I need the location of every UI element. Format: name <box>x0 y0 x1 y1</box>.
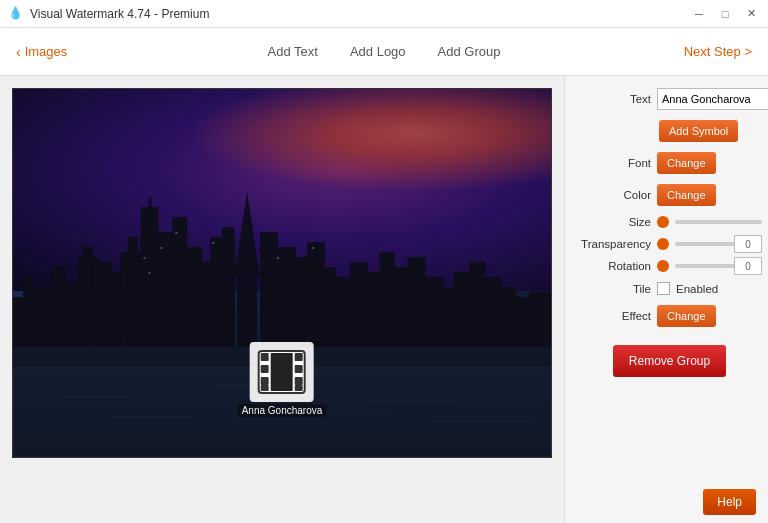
effect-label: Effect <box>577 310 651 322</box>
add-symbol-row: Add Symbol <box>577 120 762 142</box>
size-label: Size <box>577 216 651 228</box>
app-icon: 💧 <box>8 6 24 22</box>
toolbar-center: Add Text Add Logo Add Group <box>268 44 501 59</box>
remove-group-button[interactable]: Remove Group <box>613 345 726 377</box>
transparency-value: 0 <box>734 235 762 253</box>
text-input[interactable] <box>657 88 768 110</box>
font-field-row: Font Change <box>577 152 762 174</box>
text-field-label: Text <box>577 93 651 105</box>
add-text-nav[interactable]: Add Text <box>268 44 318 59</box>
text-field-row: Text <box>577 88 762 110</box>
color-field-row: Color Change <box>577 184 762 206</box>
back-icon: ‹ <box>16 44 21 60</box>
svg-marker-19 <box>234 192 260 277</box>
svg-rect-60 <box>295 365 303 373</box>
color-change-button[interactable]: Change <box>657 184 716 206</box>
tile-label: Tile <box>577 283 651 295</box>
transparency-label: Transparency <box>577 238 651 250</box>
tile-enabled-label: Enabled <box>676 283 718 295</box>
content-area: Anna Goncharova Text Add Symbol Font Cha… <box>0 76 768 523</box>
transparency-slider-thumb[interactable] <box>657 238 669 250</box>
watermark-container: Anna Goncharova <box>238 342 327 417</box>
svg-rect-12 <box>148 197 151 212</box>
titlebar: 💧 Visual Watermark 4.74 - Premium ─ □ ✕ <box>0 0 768 28</box>
svg-rect-58 <box>261 385 269 391</box>
font-label: Font <box>577 157 651 169</box>
maximize-button[interactable]: □ <box>716 5 734 23</box>
svg-rect-42 <box>160 247 162 249</box>
svg-rect-46 <box>312 247 314 249</box>
back-label: Images <box>25 44 68 59</box>
svg-rect-56 <box>261 365 269 373</box>
rotation-label: Rotation <box>577 260 651 272</box>
next-label: Next Step > <box>684 44 752 59</box>
rotation-value: 0 <box>734 257 762 275</box>
window-controls: ─ □ ✕ <box>690 5 760 23</box>
color-label: Color <box>577 189 651 201</box>
film-icon <box>250 342 314 402</box>
size-slider-thumb[interactable] <box>657 216 669 228</box>
size-row: Size <box>577 216 762 228</box>
add-symbol-button[interactable]: Add Symbol <box>659 120 738 142</box>
image-canvas[interactable]: Anna Goncharova <box>12 88 552 458</box>
svg-rect-43 <box>175 232 177 234</box>
add-logo-nav[interactable]: Add Logo <box>350 44 406 59</box>
svg-rect-55 <box>261 353 269 361</box>
rotation-slider-thumb[interactable] <box>657 260 669 272</box>
rotation-slider-track[interactable]: 0 <box>675 264 762 268</box>
size-slider-track[interactable] <box>675 220 762 224</box>
add-group-nav[interactable]: Add Group <box>438 44 501 59</box>
help-button[interactable]: Help <box>703 489 756 515</box>
toolbar: ‹ Images Add Text Add Logo Add Group Nex… <box>0 28 768 76</box>
watermark-text: Anna Goncharova <box>238 404 327 417</box>
svg-rect-59 <box>295 353 303 361</box>
effect-change-button[interactable]: Change <box>657 305 716 327</box>
minimize-button[interactable]: ─ <box>690 5 708 23</box>
tile-row: Tile Enabled <box>577 282 762 295</box>
svg-rect-40 <box>144 257 146 259</box>
close-button[interactable]: ✕ <box>742 5 760 23</box>
svg-rect-57 <box>261 377 269 385</box>
font-change-button[interactable]: Change <box>657 152 716 174</box>
rotation-row: Rotation 0 <box>577 260 762 272</box>
next-nav[interactable]: Next Step > <box>684 44 752 59</box>
back-nav[interactable]: ‹ Images <box>16 44 67 60</box>
svg-rect-63 <box>271 353 293 391</box>
svg-rect-62 <box>295 385 303 391</box>
svg-rect-45 <box>277 257 279 259</box>
transparency-slider-track[interactable]: 0 <box>675 242 762 246</box>
svg-rect-61 <box>295 377 303 385</box>
svg-rect-41 <box>148 272 150 274</box>
transparency-row: Transparency 0 <box>577 238 762 250</box>
effect-field-row: Effect Change <box>577 305 762 327</box>
image-area: Anna Goncharova <box>0 76 564 523</box>
svg-rect-44 <box>212 242 214 244</box>
tile-checkbox[interactable] <box>657 282 670 295</box>
app-title: Visual Watermark 4.74 - Premium <box>30 7 760 21</box>
right-panel: Text Add Symbol Font Change Color Change… <box>564 76 768 523</box>
